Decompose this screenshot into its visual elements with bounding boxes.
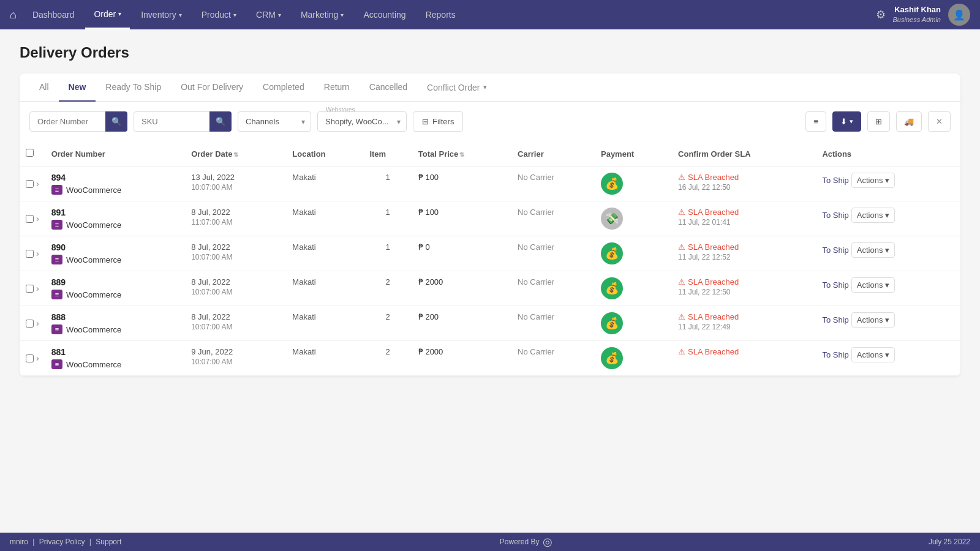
nav-accounting[interactable]: Accounting	[355, 0, 414, 29]
select-all-checkbox[interactable]	[26, 149, 34, 157]
download-button[interactable]: ⬇ ▾	[832, 111, 861, 132]
order-number-cell: 891 ≡ WooCommerce	[45, 201, 186, 236]
sla-status: ⚠ SLA Breached	[678, 208, 810, 217]
payment-cell: 💰	[595, 271, 672, 306]
sort-icon[interactable]: ⇅	[233, 151, 238, 158]
actions-dropdown-button[interactable]: Actions ▾	[851, 312, 895, 328]
chevron-down-icon: ▾	[179, 12, 182, 18]
to-ship-button[interactable]: To Ship	[822, 211, 848, 220]
actions-cell: To Ship Actions ▾	[816, 236, 960, 271]
sla-label: SLA Breached	[688, 347, 739, 356]
row-checkbox[interactable]	[26, 320, 34, 328]
tab-out-for-delivery[interactable]: Out For Delivery	[171, 73, 253, 102]
actions-dropdown-button[interactable]: Actions ▾	[851, 347, 895, 362]
sla-status: ⚠ SLA Breached	[678, 242, 810, 252]
carrier-cell: No Carrier	[511, 271, 595, 306]
nav-crm[interactable]: CRM ▾	[247, 0, 290, 29]
to-ship-button[interactable]: To Ship	[822, 315, 848, 324]
to-ship-button[interactable]: To Ship	[822, 176, 848, 185]
chevron-down-icon: ▾	[341, 12, 344, 18]
source-label: WooCommerce	[66, 290, 121, 299]
clear-button[interactable]: ✕	[928, 111, 951, 132]
row-checkbox[interactable]	[26, 215, 34, 223]
to-ship-button[interactable]: To Ship	[822, 280, 848, 290]
row-checkbox[interactable]	[26, 250, 34, 258]
order-id[interactable]: 888	[51, 312, 179, 322]
table-row: › 889 ≡ WooCommerce 8 Jul, 2022 10:07:00…	[20, 271, 960, 306]
order-number-search-button[interactable]: 🔍	[105, 111, 127, 132]
item-count-cell: 2	[363, 271, 412, 306]
row-checkbox[interactable]	[26, 354, 34, 362]
expand-button[interactable]: ›	[36, 283, 39, 293]
footer-link-support[interactable]: Support	[96, 538, 121, 546]
actions-dropdown-button[interactable]: Actions ▾	[851, 242, 895, 258]
channels-select[interactable]: Channels	[238, 111, 311, 132]
expand-button[interactable]: ›	[36, 214, 39, 223]
webstores-select[interactable]: Shopify, WooCo...	[317, 111, 407, 132]
nav-order[interactable]: Order ▾	[85, 0, 130, 29]
source-label: WooCommerce	[66, 325, 121, 334]
order-source: ≡ WooCommerce	[51, 359, 179, 369]
tab-return[interactable]: Return	[314, 73, 360, 102]
order-id[interactable]: 889	[51, 277, 179, 287]
chevron-down-icon: ▾	[483, 83, 487, 91]
location-cell: Makati	[286, 341, 363, 376]
sla-date: 11 Jul, 22 01:41	[678, 218, 810, 227]
expand-button[interactable]: ›	[36, 179, 39, 189]
to-ship-button[interactable]: To Ship	[822, 350, 848, 359]
page-content: Delivery Orders All New Ready To Ship Ou…	[0, 29, 980, 533]
nav-dashboard[interactable]: Dashboard	[24, 0, 83, 29]
tab-cancelled[interactable]: Cancelled	[360, 73, 417, 102]
list-view-button[interactable]: ≡	[805, 111, 826, 132]
order-date-cell: 8 Jul, 2022 11:07:00 AM	[185, 201, 286, 236]
row-checkbox[interactable]	[26, 180, 34, 188]
tab-completed[interactable]: Completed	[253, 73, 314, 102]
nav-inventory[interactable]: Inventory ▾	[132, 0, 190, 29]
avatar[interactable]: 👤	[948, 4, 970, 26]
tab-conflict-order[interactable]: Conflict Order ▾	[417, 74, 497, 101]
footer-link-mniro[interactable]: mniro	[10, 538, 28, 546]
tab-new[interactable]: New	[59, 73, 96, 102]
order-id[interactable]: 881	[51, 347, 179, 357]
filters-button[interactable]: ⊟ Filters	[413, 111, 463, 132]
chevron-down-icon: ▾	[885, 280, 889, 290]
order-id[interactable]: 891	[51, 208, 179, 217]
order-date: 13 Jul, 2022	[191, 173, 280, 182]
sla-label: SLA Breached	[688, 312, 739, 321]
chevron-down-icon: ▾	[885, 315, 889, 324]
to-ship-button[interactable]: To Ship	[822, 246, 848, 255]
expand-button[interactable]: ›	[36, 249, 39, 258]
table-row: › 890 ≡ WooCommerce 8 Jul, 2022 10:07:00…	[20, 236, 960, 271]
tab-all[interactable]: All	[29, 73, 59, 102]
settings-icon[interactable]: ⚙	[876, 8, 886, 21]
price-cell: ₱ 2000	[412, 341, 511, 376]
actions-dropdown-button[interactable]: Actions ▾	[851, 173, 895, 188]
location-cell: Makati	[286, 167, 363, 201]
nav-marketing[interactable]: Marketing ▾	[292, 0, 352, 29]
actions-dropdown-button[interactable]: Actions ▾	[851, 208, 895, 223]
filters-row: 🔍 🔍 Channels Webstores Shopify, WooCo...	[20, 102, 960, 141]
home-icon[interactable]: ⌂	[10, 9, 17, 21]
grid-view-button[interactable]: ⊞	[867, 111, 890, 132]
nav-reports[interactable]: Reports	[417, 0, 464, 29]
source-badge: ≡	[51, 185, 62, 195]
actions-dropdown-button[interactable]: Actions ▾	[851, 277, 895, 293]
order-id[interactable]: 890	[51, 242, 179, 252]
sla-cell: ⚠ SLA Breached 11 Jul, 22 12:52	[672, 236, 816, 271]
sort-icon[interactable]: ⇅	[459, 151, 464, 158]
footer-link-privacy[interactable]: Privacy Policy	[39, 538, 85, 546]
col-order-number: Order Number	[45, 141, 186, 167]
order-time: 10:07:00 AM	[191, 288, 280, 296]
footer-date: July 25 2022	[929, 538, 970, 546]
actions-cell: To Ship Actions ▾	[816, 306, 960, 341]
sla-date: 16 Jul, 22 12:50	[678, 183, 810, 192]
expand-button[interactable]: ›	[36, 318, 39, 328]
row-checkbox[interactable]	[26, 285, 34, 293]
order-id[interactable]: 894	[51, 173, 179, 182]
payment-cell: 💰	[595, 306, 672, 341]
nav-product[interactable]: Product ▾	[193, 0, 245, 29]
sku-search-button[interactable]: 🔍	[209, 111, 232, 132]
tab-ready-to-ship[interactable]: Ready To Ship	[96, 73, 171, 102]
expand-button[interactable]: ›	[36, 353, 39, 363]
truck-button[interactable]: 🚚	[896, 111, 922, 132]
